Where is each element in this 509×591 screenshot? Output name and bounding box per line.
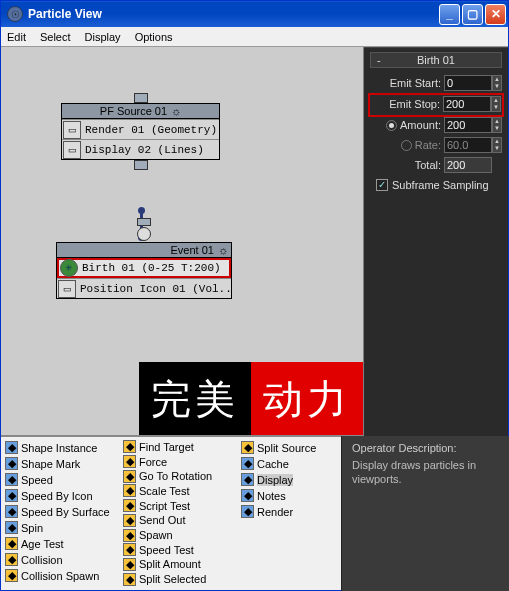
- depot-label: Notes: [257, 490, 286, 502]
- description-body: Display draws particles in viewports.: [352, 458, 499, 487]
- logo-icon: ☼: [218, 244, 228, 256]
- operator-icon: ◆: [241, 473, 254, 486]
- menu-options[interactable]: Options: [135, 31, 173, 43]
- depot-label: Send Out: [139, 514, 185, 526]
- port-out[interactable]: [134, 160, 148, 170]
- label: Emit Stop:: [389, 98, 443, 110]
- label: Subframe Sampling: [392, 179, 489, 191]
- rollup-title[interactable]: Birth 01: [370, 52, 502, 68]
- depot-label: Scale Test: [139, 485, 190, 497]
- depot-item-speed[interactable]: ◆Speed: [5, 472, 123, 487]
- operator-icon: ◆: [123, 499, 136, 512]
- depot-label: Force: [139, 456, 167, 468]
- op-birth[interactable]: ✳ Birth 01 (0-25 T:200): [57, 258, 231, 278]
- watermark-right: 动力: [251, 362, 363, 435]
- depot-item-split-amount[interactable]: ◆Split Amount: [123, 558, 241, 572]
- port-in[interactable]: [137, 218, 151, 226]
- depot-item-split-selected[interactable]: ◆Split Selected: [123, 572, 241, 586]
- rate-radio[interactable]: [401, 140, 412, 151]
- operator-icon: ◆: [123, 573, 136, 586]
- depot-label: Speed By Icon: [21, 490, 93, 502]
- entry-circle[interactable]: [137, 227, 151, 241]
- total-output: [444, 157, 492, 173]
- label: Emit Start:: [390, 77, 444, 89]
- depot-item-speed-by-icon[interactable]: ◆Speed By Icon: [5, 488, 123, 503]
- depot-item-shape-instance[interactable]: ◆Shape Instance: [5, 440, 123, 455]
- node-event[interactable]: Event 01 ☼ ✳ Birth 01 (0-25 T:200) ▭ Pos…: [56, 242, 232, 299]
- emit-start-input[interactable]: [444, 75, 492, 91]
- spinner[interactable]: ▲▼: [492, 117, 502, 133]
- depot-label: Spawn: [139, 529, 173, 541]
- menu-bar: Edit Select Display Options: [1, 27, 508, 47]
- operator-icon: ◆: [5, 553, 18, 566]
- node-header-source[interactable]: PF Source 01 ☼: [62, 104, 219, 119]
- operator-depot[interactable]: ◆Shape Instance◆Shape Mark◆Speed◆Speed B…: [1, 435, 363, 590]
- depot-label: Age Test: [21, 538, 64, 550]
- depot-label: Speed Test: [139, 544, 194, 556]
- op-render[interactable]: ▭ Render 01 (Geometry): [62, 119, 219, 139]
- node-pf-source[interactable]: PF Source 01 ☼ ▭ Render 01 (Geometry) ▭ …: [61, 103, 220, 160]
- subframe-checkbox[interactable]: ✓: [376, 179, 388, 191]
- label: Rate:: [415, 139, 444, 151]
- depot-item-age-test[interactable]: ◆Age Test: [5, 536, 123, 551]
- label: Amount:: [400, 119, 444, 131]
- operator-icon: ◆: [5, 473, 18, 486]
- depot-label: Display: [257, 474, 293, 486]
- window-title: Particle View: [28, 7, 439, 21]
- amount-input[interactable]: [444, 117, 492, 133]
- depot-item-force[interactable]: ◆Force: [123, 455, 241, 469]
- depot-item-go-to-rotation[interactable]: ◆Go To Rotation: [123, 469, 241, 483]
- spinner: ▲▼: [492, 137, 502, 153]
- menu-display[interactable]: Display: [85, 31, 121, 43]
- depot-label: Spin: [21, 522, 43, 534]
- maximize-button[interactable]: ▢: [462, 4, 483, 25]
- depot-item-speed-test[interactable]: ◆Speed Test: [123, 543, 241, 557]
- operator-icon: ◆: [123, 529, 136, 542]
- minimize-button[interactable]: _: [439, 4, 460, 25]
- depot-label: Speed: [21, 474, 53, 486]
- description-heading: Operator Description:: [352, 442, 499, 454]
- op-label: Render 01 (Geometry): [82, 124, 219, 136]
- display-icon: ▭: [63, 141, 81, 159]
- depot-label: Shape Instance: [21, 442, 97, 454]
- depot-item-collision-spawn[interactable]: ◆Collision Spawn: [5, 568, 123, 583]
- spinner[interactable]: ▲▼: [492, 75, 502, 91]
- depot-item-spawn[interactable]: ◆Spawn: [123, 528, 241, 542]
- op-display[interactable]: ▭ Display 02 (Lines): [62, 139, 219, 159]
- graph-canvas[interactable]: PF Source 01 ☼ ▭ Render 01 (Geometry) ▭ …: [1, 47, 363, 435]
- param-rate: Rate: ▲▼: [370, 136, 502, 154]
- emit-stop-input[interactable]: [443, 96, 491, 112]
- depot-label: Split Amount: [139, 558, 201, 570]
- spinner[interactable]: ▲▼: [491, 96, 501, 112]
- depot-item-collision[interactable]: ◆Collision: [5, 552, 123, 567]
- op-label: Birth 01 (0-25 T:200): [79, 262, 229, 274]
- depot-label: Find Target: [139, 441, 194, 453]
- operator-icon: ◆: [123, 470, 136, 483]
- menu-select[interactable]: Select: [40, 31, 71, 43]
- op-position-icon[interactable]: ▭ Position Icon 01 (Vol...: [57, 278, 231, 298]
- depot-item-find-target[interactable]: ◆Find Target: [123, 440, 241, 454]
- label: Total:: [415, 159, 444, 171]
- depot-item-speed-by-surface[interactable]: ◆Speed By Surface: [5, 504, 123, 519]
- operator-icon: ◆: [241, 505, 254, 518]
- close-button[interactable]: ✕: [485, 4, 506, 25]
- operator-icon: ◆: [241, 457, 254, 470]
- depot-item-shape-mark[interactable]: ◆Shape Mark: [5, 456, 123, 471]
- depot-item-scale-test[interactable]: ◆Scale Test: [123, 484, 241, 498]
- menu-edit[interactable]: Edit: [7, 31, 26, 43]
- depot-item-script-test[interactable]: ◆Script Test: [123, 499, 241, 513]
- depot-label: Split Selected: [139, 573, 206, 585]
- depot-label: Go To Rotation: [139, 470, 212, 482]
- operator-icon: ◆: [123, 543, 136, 556]
- param-subframe[interactable]: ✓ Subframe Sampling: [370, 176, 502, 194]
- operator-icon: ◆: [123, 455, 136, 468]
- depot-label: Render: [257, 506, 293, 518]
- position-icon: ▭: [58, 280, 76, 298]
- depot-label: Cache: [257, 458, 289, 470]
- node-header-label: PF Source 01: [100, 105, 167, 117]
- amount-radio[interactable]: [386, 120, 397, 131]
- depot-item-spin[interactable]: ◆Spin: [5, 520, 123, 535]
- node-header-event[interactable]: Event 01 ☼: [57, 243, 231, 258]
- port-in[interactable]: [134, 93, 148, 103]
- depot-item-send-out[interactable]: ◆Send Out: [123, 514, 241, 528]
